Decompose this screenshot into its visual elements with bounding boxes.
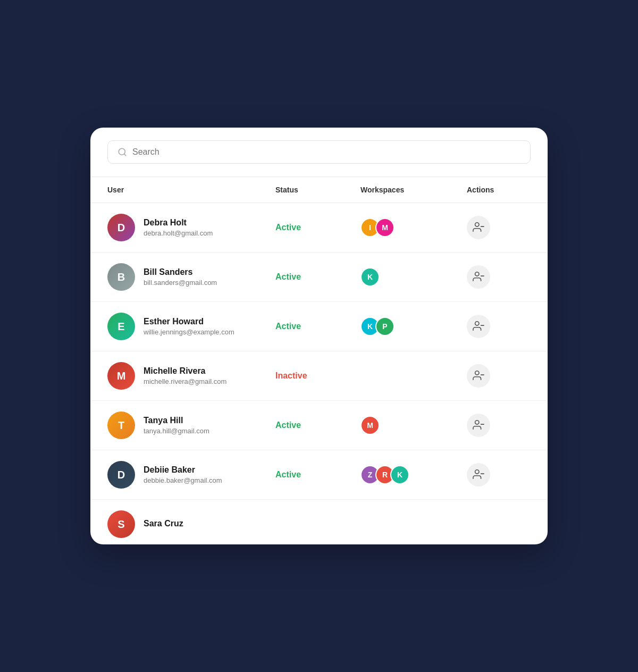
- user-info: Debiie Bakerdebbie.baker@gmail.com: [144, 465, 222, 484]
- status-badge: Active: [275, 272, 360, 282]
- svg-point-4: [475, 272, 479, 275]
- avatar: T: [107, 411, 135, 439]
- workspaces-cell: K: [360, 267, 467, 287]
- remove-user-icon: [473, 419, 484, 432]
- table-header: User Status Workspaces Actions: [90, 177, 548, 203]
- svg-point-10: [475, 420, 479, 424]
- remove-user-button[interactable]: [467, 364, 490, 388]
- user-cell-debra-holt: DDebra Holtdebra.holt@gmail.com: [107, 214, 275, 241]
- header-actions: Actions: [467, 186, 531, 194]
- status-badge: Active: [275, 470, 360, 480]
- table-row: DDebra Holtdebra.holt@gmail.comActiveIM: [90, 203, 548, 253]
- status-badge: Inactive: [275, 371, 360, 381]
- user-email: tanya.hill@gmail.com: [144, 427, 209, 435]
- remove-user-icon: [473, 468, 484, 482]
- user-name: Tanya Hill: [144, 416, 209, 425]
- user-info: Bill Sandersbill.sanders@gmail.com: [144, 267, 217, 287]
- table-row: DDebiie Bakerdebbie.baker@gmail.comActiv…: [90, 450, 548, 500]
- user-email: willie.jennings@example.com: [144, 328, 234, 336]
- header-status: Status: [275, 186, 360, 194]
- user-email: debbie.baker@gmail.com: [144, 476, 222, 484]
- actions-cell: [467, 414, 531, 437]
- user-cell-michelle-rivera: MMichelle Riveramichelle.rivera@gmail.co…: [107, 362, 275, 390]
- user-cell-bill-sanders: BBill Sandersbill.sanders@gmail.com: [107, 263, 275, 291]
- remove-user-button[interactable]: [467, 463, 490, 486]
- header-user: User: [107, 186, 275, 194]
- user-cell-esther-howard: EEsther Howardwillie.jennings@example.co…: [107, 313, 275, 340]
- status-badge: Active: [275, 421, 360, 430]
- user-info: Michelle Riveramichelle.rivera@gmail.com: [144, 366, 226, 385]
- avatar: E: [107, 313, 135, 340]
- actions-cell: [467, 463, 531, 486]
- avatar: D: [107, 461, 135, 489]
- remove-user-button[interactable]: [467, 315, 490, 338]
- table-row: SSara Cruz: [90, 500, 548, 544]
- header-workspaces: Workspaces: [360, 186, 467, 194]
- user-management-card: User Status Workspaces Actions DDebra Ho…: [90, 128, 548, 544]
- workspaces-cell: IM: [360, 218, 467, 237]
- remove-user-button[interactable]: [467, 414, 490, 437]
- workspaces-cell: ZRK: [360, 465, 467, 484]
- user-info: Sara Cruz: [144, 519, 183, 530]
- svg-point-12: [475, 469, 479, 473]
- remove-user-button[interactable]: [467, 265, 490, 289]
- svg-point-2: [475, 222, 479, 226]
- user-name: Debra Holt: [144, 218, 213, 228]
- svg-point-6: [475, 321, 479, 325]
- user-name: Bill Sanders: [144, 267, 217, 277]
- status-badge: Active: [275, 322, 360, 331]
- avatar: B: [107, 263, 135, 291]
- table-row: TTanya Hilltanya.hill@gmail.comActiveM: [90, 401, 548, 450]
- actions-cell: [467, 265, 531, 289]
- user-name: Debiie Baker: [144, 465, 222, 475]
- remove-user-button[interactable]: [467, 216, 490, 239]
- avatar: S: [107, 510, 135, 538]
- user-info: Debra Holtdebra.holt@gmail.com: [144, 218, 213, 237]
- search-icon: [117, 147, 127, 157]
- user-cell-tanya-hill: TTanya Hilltanya.hill@gmail.com: [107, 411, 275, 439]
- remove-user-icon: [473, 221, 484, 234]
- user-email: michelle.rivera@gmail.com: [144, 377, 226, 385]
- user-name: Michelle Rivera: [144, 366, 226, 376]
- table-row: EEsther Howardwillie.jennings@example.co…: [90, 302, 548, 351]
- remove-user-icon: [473, 320, 484, 333]
- svg-line-1: [124, 154, 125, 155]
- workspaces-cell: M: [360, 416, 467, 435]
- table-row: MMichelle Riveramichelle.rivera@gmail.co…: [90, 351, 548, 401]
- remove-user-icon: [473, 369, 484, 383]
- workspaces-cell: KP: [360, 317, 467, 336]
- user-cell-sara-cruz: SSara Cruz: [107, 510, 275, 538]
- avatar: D: [107, 214, 135, 241]
- user-name: Esther Howard: [144, 317, 234, 326]
- search-container: [107, 140, 531, 164]
- user-name: Sara Cruz: [144, 519, 183, 528]
- workspace-badge: K: [360, 267, 380, 287]
- user-info: Tanya Hilltanya.hill@gmail.com: [144, 416, 209, 435]
- workspace-badge: K: [390, 465, 409, 484]
- actions-cell: [467, 216, 531, 239]
- workspace-badge: M: [360, 416, 380, 435]
- user-info: Esther Howardwillie.jennings@example.com: [144, 317, 234, 336]
- status-badge: Active: [275, 223, 360, 232]
- actions-cell: [467, 364, 531, 388]
- table-row: BBill Sandersbill.sanders@gmail.comActiv…: [90, 253, 548, 302]
- actions-cell: [467, 315, 531, 338]
- workspace-badge: M: [375, 218, 394, 237]
- search-input[interactable]: [132, 147, 521, 157]
- svg-point-8: [475, 371, 479, 374]
- table-body: DDebra Holtdebra.holt@gmail.comActiveIM …: [90, 203, 548, 544]
- avatar: M: [107, 362, 135, 390]
- user-cell-debiie-baker: DDebiie Bakerdebbie.baker@gmail.com: [107, 461, 275, 489]
- search-bar: [90, 128, 548, 177]
- user-email: bill.sanders@gmail.com: [144, 279, 217, 287]
- remove-user-icon: [473, 271, 484, 284]
- user-email: debra.holt@gmail.com: [144, 229, 213, 237]
- workspace-badge: P: [375, 317, 394, 336]
